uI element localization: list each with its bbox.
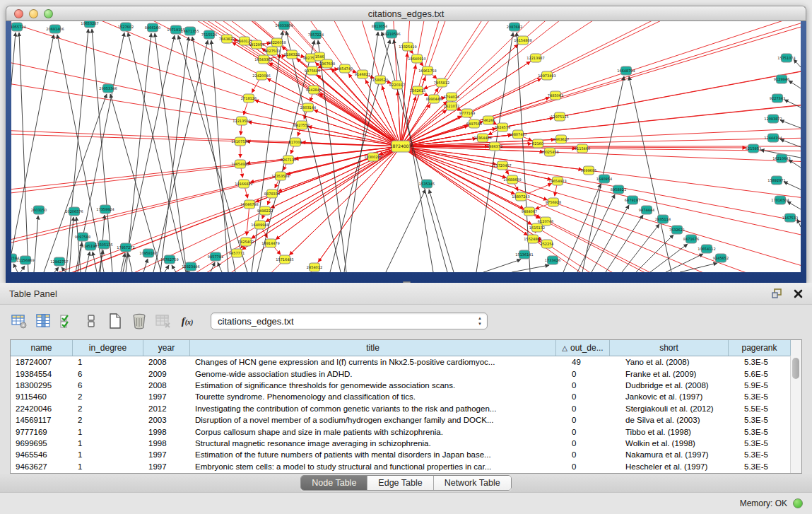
cell-out-degree[interactable]: 49 xyxy=(567,358,620,366)
cell-year[interactable]: 1997 xyxy=(143,462,190,471)
cell-name[interactable]: 9115460 xyxy=(11,392,73,401)
table-row[interactable]: 1938455462009Genome-wide association stu… xyxy=(11,368,801,379)
minimize-window-button[interactable] xyxy=(29,9,38,18)
table-scrollbar[interactable] xyxy=(790,356,801,473)
toggle-view-button[interactable] xyxy=(81,310,102,332)
cell-year[interactable]: 2012 xyxy=(143,404,190,413)
cell-out-degree[interactable]: 0 xyxy=(567,462,620,471)
cell-short[interactable]: Hescheler et al. (1997) xyxy=(620,462,739,471)
cell-name[interactable]: 9777169 xyxy=(11,428,73,436)
cell-in-degree[interactable]: 2 xyxy=(73,404,143,413)
column-header-in-degree[interactable]: in_degree xyxy=(73,340,143,356)
cell-out-degree[interactable]: 0 xyxy=(567,370,620,378)
cell-in-degree[interactable]: 2 xyxy=(73,416,143,424)
cell-year[interactable]: 2003 xyxy=(143,416,190,424)
cell-out-degree[interactable]: 0 xyxy=(567,439,620,448)
cell-out-degree[interactable]: 0 xyxy=(567,392,620,401)
cell-name[interactable]: 19384554 xyxy=(11,370,73,378)
cell-year[interactable]: 2009 xyxy=(143,370,190,378)
memory-indicator-icon[interactable] xyxy=(793,498,803,508)
cell-year[interactable]: 2008 xyxy=(143,358,190,366)
tab-edge-table[interactable]: Edge Table xyxy=(367,476,433,490)
cell-year[interactable]: 1998 xyxy=(143,428,190,436)
cell-in-degree[interactable]: 1 xyxy=(73,450,143,459)
cell-short[interactable]: de Silva et al. (2003) xyxy=(620,416,739,424)
cell-short[interactable]: Jankovic et al. (1997) xyxy=(620,392,739,401)
cell-out-degree[interactable]: 0 xyxy=(567,416,620,424)
cell-title[interactable]: Disruption of a novel member of a sodium… xyxy=(190,416,567,424)
cell-title[interactable]: Estimation of the future numbers of pati… xyxy=(190,450,567,459)
cell-title[interactable]: Estimation of significance thresholds fo… xyxy=(190,381,567,390)
cell-name[interactable]: 14569117 xyxy=(11,416,73,424)
cell-out-degree[interactable]: 0 xyxy=(567,404,620,413)
cell-short[interactable]: Dudbridge et al. (2008) xyxy=(620,381,739,390)
cell-title[interactable]: Changes of HCN gene expression and I(f) … xyxy=(190,358,567,366)
cell-in-degree[interactable]: 1 xyxy=(73,428,143,436)
tab-node-table[interactable]: Node Table xyxy=(301,476,367,490)
table-row[interactable]: 946362711997Embryonic stem cells: a mode… xyxy=(11,461,801,472)
scrollbar-thumb[interactable] xyxy=(792,358,799,379)
table-mode-button[interactable] xyxy=(8,310,30,332)
delete-columns-button[interactable] xyxy=(129,310,150,332)
table-row[interactable]: 1830029562008Estimation of significance … xyxy=(11,380,801,391)
table-row[interactable]: 2242004622012Investigating the contribut… xyxy=(11,403,801,414)
cell-out-degree[interactable]: 0 xyxy=(567,381,620,390)
table-row[interactable]: 1456911722003Disruption of a novel membe… xyxy=(11,414,801,426)
cell-short[interactable]: Yano et al. (2008) xyxy=(620,358,739,366)
column-header-title[interactable]: title xyxy=(190,340,556,356)
cell-out-degree[interactable]: 0 xyxy=(567,450,620,459)
table-row[interactable]: 969969511998Structural magnetic resonanc… xyxy=(11,438,801,449)
cell-year[interactable]: 1997 xyxy=(143,392,190,401)
create-column-button[interactable] xyxy=(105,310,126,332)
column-header-out-de-[interactable]: △out_de... xyxy=(556,340,610,356)
zoom-window-button[interactable] xyxy=(44,9,53,18)
column-header-name[interactable]: name xyxy=(11,340,73,356)
cell-title[interactable]: Genome-wide association studies in ADHD. xyxy=(190,370,567,378)
table-row[interactable]: 977716911998Corpus callosum shape and si… xyxy=(11,426,801,437)
cell-year[interactable]: 1998 xyxy=(143,439,190,448)
cell-in-degree[interactable]: 1 xyxy=(73,462,143,471)
cell-name[interactable]: 22420046 xyxy=(11,404,73,413)
column-header-short[interactable]: short xyxy=(610,340,729,356)
cell-in-degree[interactable]: 6 xyxy=(73,370,143,378)
cell-in-degree[interactable]: 6 xyxy=(73,381,143,390)
network-canvas[interactable]: 2405572420691406106532871527602846616010… xyxy=(11,21,801,272)
cell-in-degree[interactable]: 2 xyxy=(73,392,143,401)
cell-title[interactable]: Tourette syndrome. Phenomenology and cla… xyxy=(190,392,567,401)
table-source-dropdown[interactable]: citations_edges.txt ▲▼ xyxy=(211,313,488,329)
cell-short[interactable]: Nakamura et al. (1997) xyxy=(620,450,739,459)
show-columns-button[interactable] xyxy=(33,310,54,332)
cell-year[interactable]: 1997 xyxy=(143,450,190,459)
cell-short[interactable]: Wolkin et al. (1998) xyxy=(620,439,739,448)
table-row[interactable]: 946554611997Estimation of the future num… xyxy=(11,449,801,460)
close-panel-icon[interactable] xyxy=(794,289,803,298)
cell-year[interactable]: 2008 xyxy=(143,381,190,390)
cell-name[interactable]: 9699695 xyxy=(11,439,73,448)
table-row[interactable]: 911546021997Tourette syndrome. Phenomeno… xyxy=(11,391,801,402)
cell-short[interactable]: Franke et al. (2009) xyxy=(620,370,739,378)
citation-network-graph[interactable]: 2405572420691406106532871527602846616010… xyxy=(11,21,801,272)
float-panel-icon[interactable] xyxy=(772,288,782,298)
column-header-pagerank[interactable]: pagerank xyxy=(729,340,791,356)
select-rows-button[interactable] xyxy=(57,310,78,332)
delete-table-button[interactable] xyxy=(153,310,174,332)
cell-in-degree[interactable]: 1 xyxy=(73,439,143,448)
table-row[interactable]: 1872400712008Changes of HCN gene express… xyxy=(11,356,801,368)
cell-short[interactable]: Tibbo et al. (1998) xyxy=(620,428,739,436)
function-builder-button[interactable]: f(x) xyxy=(177,310,198,332)
cell-title[interactable]: Investigating the contribution of common… xyxy=(190,404,567,413)
cell-title[interactable]: Structural magnetic resonance image aver… xyxy=(190,439,567,448)
cell-in-degree[interactable]: 1 xyxy=(73,358,143,366)
cell-name[interactable]: 9463627 xyxy=(11,462,73,471)
cell-name[interactable]: 18724007 xyxy=(11,358,73,366)
cell-name[interactable]: 9465546 xyxy=(11,450,73,459)
window-titlebar[interactable]: citations_edges.txt xyxy=(6,6,806,21)
tab-network-table[interactable]: Network Table xyxy=(434,476,511,490)
cell-out-degree[interactable]: 0 xyxy=(567,428,620,436)
cell-short[interactable]: Stergiakouli et al. (2012) xyxy=(620,404,739,413)
cell-name[interactable]: 18300295 xyxy=(11,381,73,390)
cell-title[interactable]: Corpus callosum shape and size in male p… xyxy=(190,428,567,436)
column-header-year[interactable]: year xyxy=(143,340,190,356)
cell-title[interactable]: Embryonic stem cells: a model to study s… xyxy=(190,462,567,471)
close-window-button[interactable] xyxy=(14,9,23,18)
